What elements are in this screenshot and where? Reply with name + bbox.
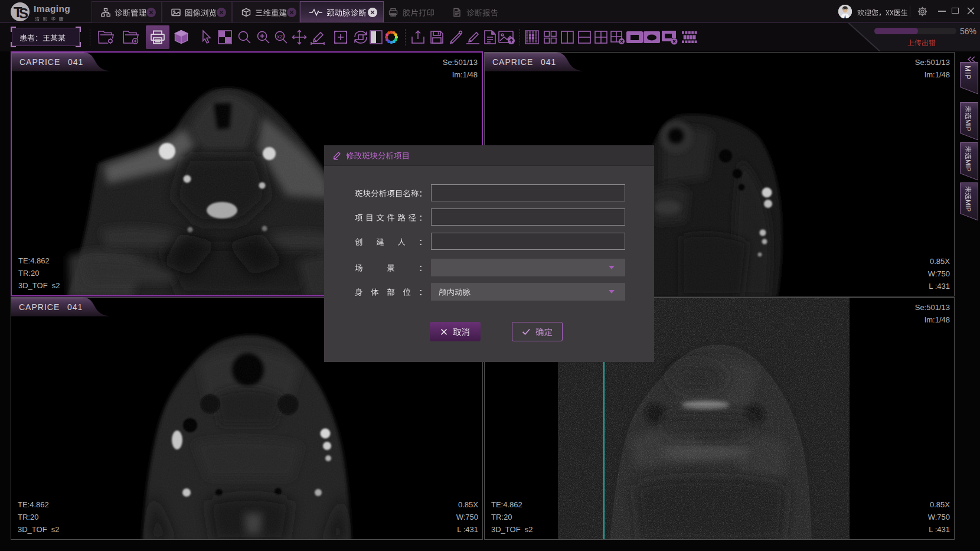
svg-text:041: 041	[67, 302, 83, 312]
svg-text:041: 041	[541, 57, 556, 67]
svg-text:041: 041	[68, 57, 83, 67]
svg-text:CAPRICE: CAPRICE	[19, 302, 60, 312]
svg-text:x2: x2	[277, 34, 283, 40]
svg-text:S: S	[19, 5, 28, 21]
svg-text:CAPRICE: CAPRICE	[492, 57, 533, 67]
svg-text:CAPRICE: CAPRICE	[19, 57, 60, 67]
